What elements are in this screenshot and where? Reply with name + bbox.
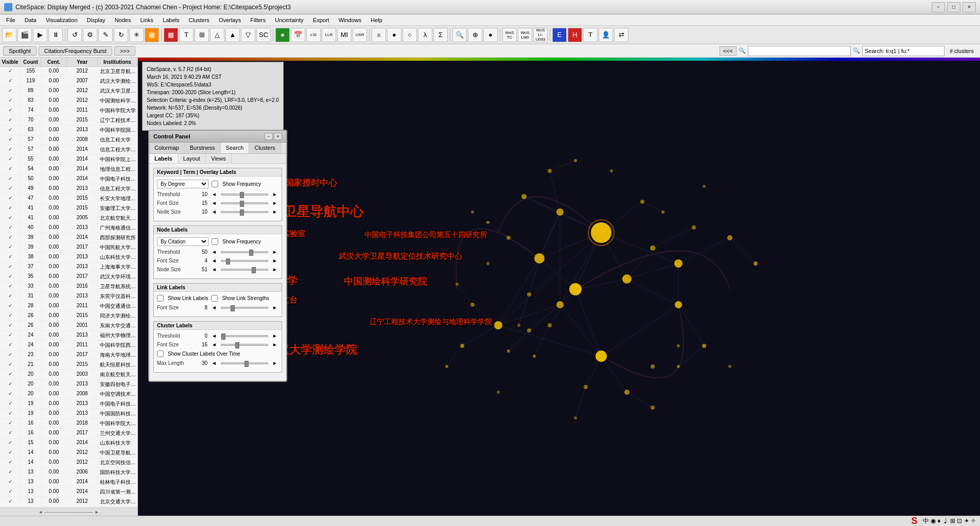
keyword-dropdown[interactable]: By Degree By Citation By Frequency — [157, 180, 208, 188]
WoS-TC-button[interactable]: WoS TC — [502, 28, 517, 42]
node-threshold-slider[interactable] — [221, 251, 268, 253]
film-button[interactable]: 🎬 — [18, 28, 32, 42]
table-row[interactable]: ✓ 31 0.00 2013 东莞宇仪器科学与工程 — [0, 292, 137, 302]
table-row[interactable]: ✓ 57 0.00 2008 信息工程大学 — [0, 135, 137, 145]
cluster-slider-right[interactable]: ► — [271, 333, 278, 339]
menu-item-display[interactable]: Display — [83, 16, 110, 24]
node-slider-right2[interactable]: ► — [271, 258, 278, 264]
pause-button[interactable]: ⏸ — [48, 28, 63, 42]
table-row[interactable]: ✓ 28 0.00 2011 中国交通通信信息中心 — [0, 302, 137, 311]
menu-item-labels[interactable]: Labels — [159, 16, 183, 24]
white-circle-button[interactable]: ○ — [402, 28, 417, 42]
T-btn-button[interactable]: T — [583, 28, 598, 42]
table-row[interactable]: ✓ 63 0.00 2013 中国科学院国家授时中心 — [0, 126, 137, 135]
play-button[interactable]: ▶ — [33, 28, 47, 42]
maximize-button[interactable]: □ — [947, 2, 960, 12]
USR-button[interactable]: USR — [353, 28, 367, 42]
menu-item-help[interactable]: Help — [366, 16, 387, 24]
table-row[interactable]: ✓ 74 0.00 2011 中国科学院大学 — [0, 106, 137, 116]
table-row[interactable]: ✓ 26 0.00 2001 东南大学交通学院 — [0, 321, 137, 331]
table-row[interactable]: ✓ 37 0.00 2013 上海海事大学工程学院 — [0, 262, 137, 272]
slider-left-arrow[interactable]: ◄ — [211, 191, 218, 197]
arrows-icon-button[interactable]: ⇄ — [614, 28, 628, 42]
cluster-slider-left[interactable]: ◄ — [211, 333, 218, 339]
magnify1-button[interactable]: 🔍 — [452, 28, 467, 42]
table-row[interactable]: ✓ 33 0.00 2016 卫星导航系统与装备技术... — [0, 282, 137, 292]
slider-right-arrow2[interactable]: ► — [271, 200, 278, 206]
table-row[interactable]: ✓ 16 0.00 2018 中国科学院大学天文与空... — [0, 419, 137, 429]
table-row[interactable]: ✓ 55 0.00 2014 中国科学院上海天文台 — [0, 155, 137, 165]
table-row[interactable]: ✓ 23 0.00 2017 海南大学地球科学与工程 — [0, 350, 137, 360]
open-folder-button[interactable]: 📂 — [2, 28, 16, 42]
menu-item-file[interactable]: File — [2, 16, 20, 24]
show-link-strengths-checkbox[interactable] — [211, 295, 218, 302]
table-row[interactable]: ✓ 70 0.00 2015 辽宁工程技术大学测绘与... — [0, 116, 137, 126]
table-row[interactable]: ✓ 39 0.00 2014 西部探测研究所 — [0, 233, 137, 243]
cluster-fontsize-slider[interactable] — [221, 344, 268, 346]
table-row[interactable]: ✓ 35 0.00 2017 武汉大学环境与测绘与... — [0, 272, 137, 282]
table-row[interactable]: ✓ 40 0.00 2013 广州海格通信集团股份有... — [0, 223, 137, 233]
menu-item-filters[interactable]: Filters — [246, 16, 270, 24]
grid-red-button[interactable]: ▦ — [164, 28, 178, 42]
settings2-button[interactable]: ⚙ — [83, 28, 97, 42]
spotlight-button[interactable]: Spotlight — [3, 46, 37, 56]
table-row[interactable]: ✓ 38 0.00 2013 山东科技大学测绘与空间... — [0, 253, 137, 262]
nav-input[interactable] — [748, 46, 851, 56]
table-row[interactable]: ✓ 50 0.00 2014 中国电子科技集团公司... — [0, 174, 137, 184]
node-slider-left[interactable]: ◄ — [211, 249, 218, 255]
cp-subtab-views[interactable]: Views — [206, 154, 232, 163]
table-row[interactable]: ✓ 41 0.00 2015 安徽理工大学测绘学院 — [0, 204, 137, 214]
WoS-U-button[interactable]: WoS LI-U093 — [533, 28, 548, 42]
node-slider-right[interactable]: ► — [271, 249, 278, 255]
cluster-slider-right3[interactable]: ► — [271, 360, 278, 366]
menu-item-nodes[interactable]: Nodes — [111, 16, 135, 24]
node-fontsize-slider[interactable] — [221, 260, 268, 262]
table-row[interactable]: ✓ 20 0.00 2003 南京航空航天大学学部研... — [0, 370, 137, 380]
cluster-threshold-slider[interactable] — [221, 335, 268, 337]
table-row[interactable]: ✓ 83 0.00 2012 中国测绘科学研究院 — [0, 96, 137, 106]
minimize-button[interactable]: − — [932, 2, 945, 12]
MI-button[interactable]: MI — [337, 28, 352, 42]
table-row[interactable]: ✓ 13 0.00 2014 四川省第一测绘工程院 — [0, 487, 137, 497]
slider-right-arrow[interactable]: ► — [271, 191, 278, 197]
cite-tool-button[interactable]: ⊕ — [468, 28, 482, 42]
keyword-fontsize-slider[interactable] — [221, 202, 268, 204]
pen-button[interactable]: ✎ — [98, 28, 113, 42]
table-row[interactable]: ✓ 20 0.00 2013 安徽四创电子股份有限公... — [0, 380, 137, 390]
menu-item-uncertainty[interactable]: Uncertainty — [271, 16, 308, 24]
table-row[interactable]: ✓ 49 0.00 2013 信息工程大学导航与空天... — [0, 184, 137, 194]
triangle1-button[interactable]: △ — [210, 28, 224, 42]
table-row[interactable]: ✓ 155 0.00 2012 北京卫星导航中心 — [0, 67, 137, 77]
table-row[interactable]: ✓ 19 0.00 2013 中国电子科技集团公司第... — [0, 399, 137, 409]
table-row[interactable]: ✓ 47 0.00 2015 长安大学地理工程与测绘... — [0, 194, 137, 204]
cluster-slider-left3[interactable]: ◄ — [211, 360, 218, 366]
person-icon-button[interactable]: 👤 — [599, 28, 613, 42]
table-row[interactable]: ✓ 14 0.00 2012 中国卫星导航系统管理办... — [0, 448, 137, 458]
bars-button[interactable]: ||| — [372, 28, 386, 42]
search-input[interactable] — [862, 46, 944, 56]
node-dropdown[interactable]: By Citation By Degree By Frequency — [157, 237, 208, 246]
refresh-button[interactable]: ↺ — [67, 28, 82, 42]
star-burst-button[interactable]: ✳ — [129, 28, 144, 42]
table-row[interactable]: ✓ 119 0.00 2007 武汉大学测绘学院 — [0, 77, 137, 86]
slider-right-arrow3[interactable]: ► — [271, 209, 278, 215]
table-row[interactable]: ✓ 15 0.00 2014 山东科技大学 — [0, 439, 137, 448]
sigma-button[interactable]: Σ — [433, 28, 448, 42]
LSI-button[interactable]: LSI — [306, 28, 321, 42]
table-row[interactable]: ✓ 24 0.00 2013 福州大学物理与信息工程 — [0, 331, 137, 341]
cp-tab-colormap[interactable]: Colormap — [149, 143, 185, 153]
triangle3-button[interactable]: ▽ — [241, 28, 255, 42]
cluster-slider-left2[interactable]: ◄ — [211, 342, 218, 347]
slider-left-arrow2[interactable]: ◄ — [211, 200, 218, 206]
node-slider-right3[interactable]: ► — [271, 267, 278, 272]
table-row[interactable]: ✓ 89 0.00 2012 武汉大学卫星导航定位技... — [0, 86, 137, 96]
link-slider-right[interactable]: ► — [271, 305, 278, 310]
T-icon-button[interactable]: T — [179, 28, 194, 42]
nav-left-button[interactable]: <<< — [720, 46, 737, 56]
cp-tab-clusters[interactable]: Clusters — [249, 143, 281, 153]
cp-close-button[interactable]: × — [274, 133, 282, 140]
cp-tab-burstness[interactable]: Burstness — [185, 143, 221, 153]
mosaic-button[interactable]: ⊞ — [195, 28, 209, 42]
grid-orange-button[interactable]: ▦ — [145, 28, 159, 42]
table-row[interactable]: ✓ 26 0.00 2015 同济大学测绘与地理信息... — [0, 311, 137, 321]
